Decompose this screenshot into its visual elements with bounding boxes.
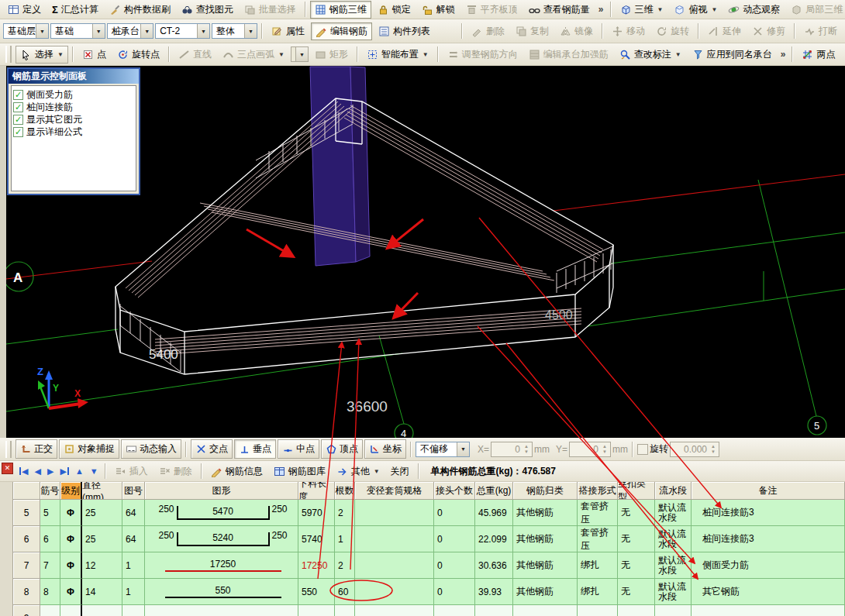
- floor-combo[interactable]: 基础层▼: [3, 23, 49, 39]
- cube-top-icon: [674, 4, 685, 15]
- component-data-brush-button[interactable]: 构件数据刷: [105, 1, 175, 19]
- offset-combo[interactable]: 不偏移▼: [416, 442, 470, 457]
- row-header[interactable]: 7: [13, 552, 40, 579]
- rotate-checkbox[interactable]: [637, 444, 648, 455]
- snap-vertex-toggle[interactable]: 顶点: [321, 439, 363, 459]
- point-button[interactable]: 点: [78, 46, 111, 64]
- row-header[interactable]: 6: [13, 526, 40, 552]
- circled-count-cell[interactable]: 60: [335, 579, 355, 605]
- col-header[interactable]: 根数: [335, 482, 355, 500]
- cut-length-highlight[interactable]: 17250: [298, 552, 335, 579]
- grade-symbol[interactable]: Φ: [60, 500, 82, 526]
- col-header[interactable]: 流水段: [655, 482, 692, 500]
- row-header[interactable]: 9: [13, 605, 40, 616]
- checkbox-side-rebar[interactable]: ✓ 侧面受力筋: [13, 88, 134, 101]
- ortho-icon: [20, 443, 32, 455]
- table-row-7[interactable]: 7 7 Φ 12 1 17250 17250 2 0 30.636 其他钢筋 绑…: [0, 552, 845, 579]
- prev-record-button[interactable]: ◀: [32, 466, 43, 477]
- col-header[interactable]: 接头个数: [434, 482, 475, 500]
- col-header[interactable]: 钢筋归类: [513, 482, 578, 500]
- spinner-icon: ▲▼: [522, 443, 531, 456]
- toolbar-overflow-chevron[interactable]: »: [596, 4, 606, 15]
- other-dropdown[interactable]: 其他▼: [332, 463, 385, 480]
- col-header[interactable]: 筋号: [40, 482, 60, 500]
- checkbox-pile-connect-rebar[interactable]: ✓ 桩间连接筋: [13, 101, 134, 113]
- trim-button: 修剪: [747, 22, 790, 40]
- col-header[interactable]: 图号: [122, 482, 145, 500]
- col-header[interactable]: 丝扣类型: [618, 482, 655, 500]
- snap-perpendicular-toggle[interactable]: 垂点: [234, 439, 276, 459]
- rebar-3d-button[interactable]: 钢筋三维: [310, 1, 371, 19]
- component-list-button[interactable]: 构件列表: [374, 22, 435, 40]
- dynamic-observe-button[interactable]: 动态观察: [723, 1, 785, 19]
- grade-symbol[interactable]: Φ: [60, 579, 82, 605]
- define-button[interactable]: 定义: [3, 1, 46, 19]
- draw-toolbar: 选择▼ 点 旋转点 直线 三点画弧▼ ▼ 矩形 智能布置▼ 调整钢筋方向: [0, 43, 845, 66]
- rebar-info-button[interactable]: 钢筋信息: [206, 463, 267, 480]
- col-header[interactable]: 变径套筒规格: [355, 482, 434, 500]
- col-header-grade[interactable]: 级别: [60, 482, 82, 500]
- last-record-button[interactable]: ▶: [57, 466, 71, 477]
- viewport-3d[interactable]: 5400 4500 36600 A 4 5 Z: [0, 66, 845, 438]
- cube-icon: [620, 4, 632, 15]
- checkbox-show-other-elements[interactable]: ✓ 显示其它图元: [13, 113, 134, 126]
- col-header[interactable]: 下料长度: [298, 482, 335, 500]
- shape-cell[interactable]: 17250: [145, 552, 298, 579]
- element-type-combo[interactable]: 桩承台▼: [107, 23, 153, 39]
- close-table-button[interactable]: 关闭: [386, 463, 414, 480]
- table-row-8[interactable]: 8 8 Φ 14 1 550 550 60 0 39.93 其他钢筋 绑扎 无 …: [0, 579, 845, 605]
- table-row-9[interactable]: 9: [0, 605, 845, 616]
- properties-button[interactable]: 属性: [267, 22, 309, 40]
- col-header[interactable]: 总重(kg): [475, 482, 513, 500]
- element-name-combo[interactable]: CT-2▼: [155, 23, 210, 39]
- next-record-button[interactable]: ▶: [45, 466, 56, 477]
- ortho-toggle[interactable]: 正交: [16, 439, 57, 459]
- top-view-dropdown[interactable]: 俯视▼: [669, 1, 722, 19]
- col-header[interactable]: 备注: [692, 482, 845, 500]
- apply-to-same-name-cap-button[interactable]: 应用到同名承台: [688, 46, 777, 64]
- edit-rebar-button[interactable]: 编辑钢筋: [311, 22, 372, 40]
- rebar-library-button[interactable]: 钢筋图库: [269, 463, 330, 480]
- snap-intersect-toggle[interactable]: 交点: [191, 439, 233, 459]
- unlock-button[interactable]: 解锁: [417, 1, 460, 19]
- object-snap-toggle[interactable]: 对象捕捉: [59, 439, 119, 459]
- shape-cell[interactable]: 250 5470 250: [145, 500, 298, 526]
- two-points-button[interactable]: 两点: [797, 46, 840, 64]
- lock-button[interactable]: 锁定: [373, 1, 416, 19]
- shape-cell[interactable]: 550: [145, 579, 298, 605]
- shape-cell[interactable]: 250 5240 250: [145, 526, 298, 552]
- row-header[interactable]: 8: [13, 579, 40, 605]
- move-row-up-button[interactable]: ▲: [73, 466, 86, 476]
- toolbar-overflow-chevron[interactable]: »: [778, 49, 788, 60]
- edit-dimension-dropdown[interactable]: 查改标注▼: [615, 46, 686, 64]
- move-row-down-button[interactable]: ▼: [88, 466, 101, 476]
- rotate-point-button[interactable]: 旋转点: [112, 46, 164, 64]
- delete-row-button: 删除: [154, 463, 197, 480]
- view-3d-dropdown[interactable]: 三维▼: [616, 1, 668, 19]
- col-header[interactable]: 直径(mm): [82, 482, 122, 500]
- grade-symbol[interactable]: Φ: [60, 552, 82, 579]
- find-element-button[interactable]: 查找图元: [177, 1, 238, 19]
- grid-tool-button[interactable]: [841, 46, 845, 63]
- snap-midpoint-toggle[interactable]: 中点: [278, 439, 319, 459]
- checkbox-show-detail-formula[interactable]: ✓ 显示详细公式: [13, 126, 134, 138]
- first-record-button[interactable]: ◀: [17, 466, 30, 477]
- close-panel-icon[interactable]: ✕: [2, 463, 13, 474]
- dynamic-input-toggle[interactable]: 动态输入: [121, 439, 181, 459]
- view-rebar-quantity-button[interactable]: 查看钢筋量: [524, 1, 595, 19]
- smart-layout-dropdown[interactable]: 智能布置▼: [362, 46, 433, 64]
- snap-coordinate-toggle[interactable]: 坐标: [364, 439, 406, 459]
- rebar-table: 筋号 级别 直径(mm) 图号 图形 下料长度 根数 变径套筒规格 接头个数 总…: [0, 482, 845, 616]
- col-header[interactable]: 搭接形式: [578, 482, 618, 500]
- table-header-row: 筋号 级别 直径(mm) 图号 图形 下料长度 根数 变径套筒规格 接头个数 总…: [0, 482, 845, 500]
- select-dropdown[interactable]: 选择▼: [16, 46, 68, 64]
- grade-symbol[interactable]: Φ: [60, 526, 82, 552]
- row-header[interactable]: 5: [13, 500, 40, 526]
- table-row-6[interactable]: 6 6 Φ 25 64 250 5240 250 5740 1 0 22.099…: [0, 526, 845, 552]
- display-mode-combo[interactable]: 整体▼: [212, 23, 257, 39]
- col-header[interactable]: 图形: [145, 482, 298, 500]
- summary-calc-button[interactable]: Σ 汇总计算: [47, 1, 103, 19]
- arc-mode-combo: ▼: [291, 46, 309, 62]
- table-row-5[interactable]: 5 5 Φ 25 64 250 5470 250 5970 2 0 45.969…: [0, 500, 845, 526]
- category-combo[interactable]: 基础▼: [50, 23, 105, 39]
